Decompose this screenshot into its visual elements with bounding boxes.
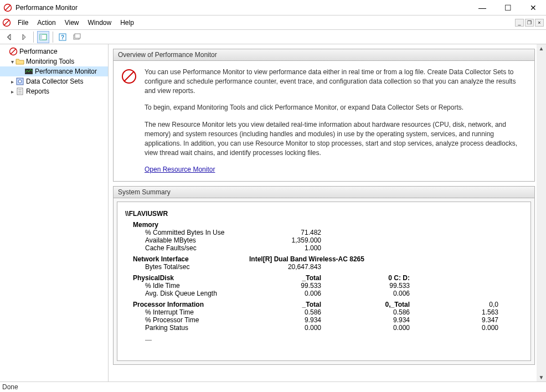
menubar: File Action View Window Help _ ❐ × xyxy=(0,16,546,30)
summary-divider-line: — xyxy=(125,336,523,344)
metric-label: % Committed Bytes In Use xyxy=(145,229,249,236)
column-header: 0,_Total xyxy=(338,301,426,308)
overview-paragraph-3: The new Resource Monitor lets you view d… xyxy=(145,120,527,157)
close-button[interactable]: ✕ xyxy=(521,0,546,16)
expand-icon[interactable]: ▸ xyxy=(9,89,16,95)
svg-text:?: ? xyxy=(61,34,64,40)
folder-icon xyxy=(16,57,24,66)
menu-file[interactable]: File xyxy=(13,17,33,29)
metric-value: 1.563 xyxy=(426,308,504,316)
metric-value: 99.533 xyxy=(249,282,338,290)
metric-label: Available MBytes xyxy=(145,236,249,244)
menu-action[interactable]: Action xyxy=(33,17,60,29)
summary-host: \\FLAVIUSWR xyxy=(125,210,523,218)
show-hide-tree-button[interactable] xyxy=(37,31,49,43)
metric-value: 20,647.843 xyxy=(249,263,338,271)
new-window-button[interactable] xyxy=(71,31,83,43)
column-header: _Total xyxy=(249,301,338,308)
summary-header: System Summary xyxy=(113,186,535,198)
tree-item-monitoring-tools[interactable]: ▾ Monitoring Tools xyxy=(0,56,108,66)
metric-label: % Interrupt Time xyxy=(145,308,249,316)
tree-item-data-collector-sets[interactable]: ▸ Data Collector Sets xyxy=(0,76,108,86)
tree-panel[interactable]: Performance ▾ Monitoring Tools Performan… xyxy=(0,44,109,381)
metric-value: 9.934 xyxy=(338,316,426,324)
metric-label: Cache Faults/sec xyxy=(145,244,249,252)
mdi-close-button[interactable]: × xyxy=(535,19,544,27)
tree-item-performance-monitor[interactable]: Performance Monitor xyxy=(0,66,108,76)
column-header: 0 C: D: xyxy=(338,274,426,282)
overview-app-icon xyxy=(121,68,138,174)
tree-label: Data Collector Sets xyxy=(26,78,83,85)
disk-category: PhysicalDisk xyxy=(133,274,249,282)
tree-label: Monitoring Tools xyxy=(26,58,74,65)
memory-category: Memory xyxy=(125,218,523,229)
svg-rect-5 xyxy=(40,34,42,40)
app-icon xyxy=(3,3,12,12)
metric-value: 0.586 xyxy=(249,308,338,316)
scroll-up-icon[interactable]: ▲ xyxy=(539,45,544,51)
menu-window[interactable]: Window xyxy=(84,17,116,29)
back-button[interactable] xyxy=(3,31,16,43)
metric-label: % Idle Time xyxy=(145,282,249,290)
titlebar: Performance Monitor — ☐ ✕ xyxy=(0,0,546,16)
maximize-button[interactable]: ☐ xyxy=(495,0,521,16)
vertical-scrollbar[interactable]: ▲ ▼ xyxy=(537,44,546,381)
metric-label: Parking Status xyxy=(145,324,249,332)
window-title: Performance Monitor xyxy=(16,4,470,12)
metric-value: 99.533 xyxy=(338,282,426,290)
metric-value: 0.000 xyxy=(338,324,426,332)
perfmon-icon xyxy=(24,67,33,76)
column-header: _Total xyxy=(249,274,338,282)
data-collector-icon xyxy=(16,77,24,86)
overview-paragraph-1: You can use Performance Monitor to view … xyxy=(145,68,527,95)
metric-value: 1,359.000 xyxy=(249,236,338,244)
minimize-button[interactable]: — xyxy=(470,0,495,16)
network-category: Network Interface xyxy=(133,255,249,263)
metric-value: 0.006 xyxy=(249,290,338,297)
overview-box: You can use Performance Monitor to view … xyxy=(113,61,535,182)
tree-item-performance[interactable]: Performance xyxy=(0,47,108,56)
statusbar: Done xyxy=(0,382,546,392)
column-header: 0,0 xyxy=(426,301,504,308)
menu-view[interactable]: View xyxy=(60,17,84,29)
svg-rect-9 xyxy=(75,34,80,38)
tree-label: Performance xyxy=(19,48,58,55)
help-button[interactable]: ? xyxy=(56,31,69,43)
metric-value: 71.482 xyxy=(249,229,338,236)
processor-category: Processor Information xyxy=(133,301,249,308)
metric-label: Avg. Disk Queue Length xyxy=(145,290,249,297)
system-summary-table: \\FLAVIUSWR Memory % Committed Bytes In … xyxy=(117,202,531,361)
metric-value: 0.586 xyxy=(338,308,426,316)
menu-help[interactable]: Help xyxy=(116,17,138,29)
metric-value: 9.934 xyxy=(249,316,338,324)
metric-value: 0.006 xyxy=(338,290,426,297)
overview-header: Overview of Performance Monitor xyxy=(113,49,535,61)
menu-app-icon xyxy=(2,18,11,27)
reports-icon xyxy=(16,87,24,96)
open-resource-monitor-link[interactable]: Open Resource Monitor xyxy=(145,166,215,173)
metric-value: 0.000 xyxy=(426,324,504,332)
network-adapter: Intel[R] Dual Band Wireless-AC 8265 xyxy=(249,255,381,263)
scroll-down-icon[interactable]: ▼ xyxy=(539,374,544,380)
mdi-minimize-button[interactable]: _ xyxy=(515,19,524,27)
status-text: Done xyxy=(2,383,18,391)
perf-icon xyxy=(9,47,18,56)
toolbar: ? xyxy=(0,30,546,44)
expand-icon[interactable]: ▸ xyxy=(9,79,16,85)
metric-label: Bytes Total/sec xyxy=(145,263,249,271)
tree-label: Performance Monitor xyxy=(35,68,97,75)
tree-label: Reports xyxy=(26,87,49,95)
tree-item-reports[interactable]: ▸ Reports xyxy=(0,86,108,96)
metric-value: 1.000 xyxy=(249,244,338,252)
metric-value: 9.347 xyxy=(426,316,504,324)
content-panel: Overview of Performance Monitor You can … xyxy=(109,44,546,381)
metric-label: % Processor Time xyxy=(145,316,249,324)
metric-value: 0.000 xyxy=(249,324,338,332)
overview-paragraph-2: To begin, expand Monitoring Tools and cl… xyxy=(145,103,527,112)
mdi-restore-button[interactable]: ❐ xyxy=(525,19,534,27)
collapse-icon[interactable]: ▾ xyxy=(9,59,16,65)
svg-point-14 xyxy=(18,80,22,83)
forward-button[interactable] xyxy=(18,31,30,43)
